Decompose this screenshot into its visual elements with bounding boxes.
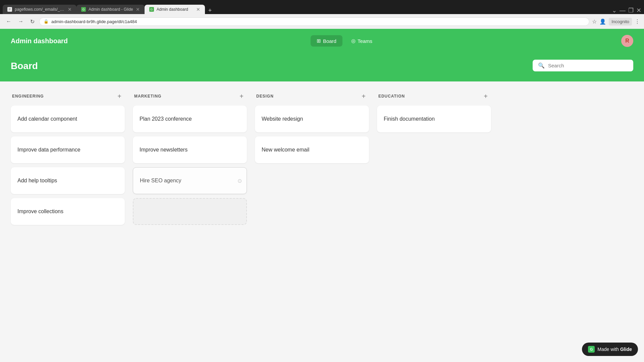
browser-toolbar: ← → ↻ 🔒 ☆ 👤 Incognito ⋮	[0, 14, 644, 29]
lock-icon: 🔒	[44, 19, 49, 24]
card-plan-conference[interactable]: Plan 2023 conference	[133, 106, 247, 132]
card-finish-documentation[interactable]: Finish documentation	[377, 106, 491, 132]
column-body-engineering: Add calendar component Improve data perf…	[11, 106, 125, 225]
column-engineering: ENGINEERING + Add calendar component Imp…	[11, 89, 125, 229]
tab-close-1[interactable]: ✕	[68, 7, 72, 12]
teams-icon: ◎	[351, 38, 356, 44]
profile-icon[interactable]: 👤	[599, 18, 606, 25]
add-design-button[interactable]: +	[360, 92, 368, 100]
card-website-redesign[interactable]: Website redesign	[255, 106, 369, 132]
nav-teams[interactable]: ◎ Teams	[345, 35, 378, 47]
address-bar[interactable]: 🔒	[39, 17, 589, 26]
header-nav: ⊞ Board ◎ Teams	[311, 35, 378, 47]
card-improve-data[interactable]: Improve data performance	[11, 136, 125, 163]
more-icon[interactable]: ⋮	[635, 18, 640, 25]
card-improve-newsletters[interactable]: Improve newsletters	[133, 136, 247, 163]
card-new-welcome-email[interactable]: New welcome email	[255, 136, 369, 163]
nav-teams-label: Teams	[358, 38, 372, 44]
column-body-marketing: Plan 2023 conference Improve newsletters…	[133, 106, 247, 225]
column-marketing: MARKETING + Plan 2023 conference Improve…	[133, 89, 247, 225]
tab-title-1: pageflows.com/_emails/_/7fb5d...	[15, 7, 65, 12]
app-title: Admin dashboard	[11, 37, 68, 45]
card-improve-collections[interactable]: Improve collections	[11, 198, 125, 225]
card-add-calendar[interactable]: Add calendar component	[11, 106, 125, 132]
bookmark-icon[interactable]: ☆	[592, 18, 597, 25]
column-header-marketing: MARKETING +	[133, 89, 247, 106]
browser-tab-1[interactable]: P pageflows.com/_emails/_/7fb5d... ✕	[3, 5, 76, 14]
extensions-icon[interactable]: Incognito	[609, 18, 632, 25]
reload-button[interactable]: ↻	[28, 17, 37, 26]
board-content: ENGINEERING + Add calendar component Imp…	[0, 81, 644, 249]
tab-title-3: Admin dashboard	[157, 7, 194, 12]
toolbar-right: ☆ 👤 Incognito ⋮	[592, 18, 640, 25]
search-icon: 🔍	[538, 62, 545, 69]
add-marketing-button[interactable]: +	[237, 92, 246, 100]
tab-close-2[interactable]: ✕	[136, 7, 140, 12]
column-header-education: EDUCATION +	[377, 89, 491, 106]
browser-chrome: P pageflows.com/_emails/_/7fb5d... ✕ G A…	[0, 0, 644, 29]
restore-icon[interactable]: ❐	[628, 7, 634, 14]
columns-container: ENGINEERING + Add calendar component Imp…	[11, 89, 633, 229]
address-input[interactable]	[51, 19, 585, 24]
browser-tab-3[interactable]: G Admin dashboard ✕	[145, 5, 205, 14]
search-box[interactable]: 🔍	[533, 60, 633, 71]
add-engineering-button[interactable]: +	[115, 92, 123, 100]
drag-handle-icon: ⊙	[237, 178, 242, 184]
add-education-button[interactable]: +	[482, 92, 490, 100]
back-button[interactable]: ←	[4, 17, 13, 26]
search-input[interactable]	[548, 63, 628, 68]
close-window-icon[interactable]: ✕	[636, 7, 641, 14]
avatar[interactable]: R	[621, 35, 633, 47]
minimize-icon[interactable]: —	[620, 7, 626, 14]
tab-title-2: Admin dashboard - Glide	[89, 7, 133, 12]
board-header: Board 🔍	[0, 53, 644, 81]
board-icon: ⊞	[317, 38, 321, 44]
card-add-help[interactable]: Add help tooltips	[11, 167, 125, 194]
column-title-education: EDUCATION	[378, 94, 405, 99]
tabs-menu-icon[interactable]: ⌄	[612, 7, 617, 14]
board-title: Board	[11, 61, 38, 71]
column-header-design: DESIGN +	[255, 89, 369, 106]
forward-button[interactable]: →	[16, 17, 25, 26]
column-design: DESIGN + Website redesign New welcome em…	[255, 89, 369, 173]
drop-zone	[133, 198, 247, 225]
nav-board[interactable]: ⊞ Board	[311, 35, 342, 47]
browser-tab-2[interactable]: G Admin dashboard - Glide ✕	[76, 5, 145, 14]
new-tab-button[interactable]: +	[205, 7, 215, 14]
browser-tabs-bar: P pageflows.com/_emails/_/7fb5d... ✕ G A…	[0, 0, 644, 14]
card-hire-seo[interactable]: Hire SEO agency ⊙	[133, 167, 247, 194]
column-body-design: Website redesign New welcome email	[255, 106, 369, 173]
column-body-education: Finish documentation	[377, 106, 491, 173]
column-title-design: DESIGN	[256, 94, 274, 99]
column-title-engineering: ENGINEERING	[12, 94, 44, 99]
column-header-engineering: ENGINEERING +	[11, 89, 125, 106]
nav-board-label: Board	[323, 38, 336, 44]
column-title-marketing: MARKETING	[134, 94, 161, 99]
tab-close-3[interactable]: ✕	[196, 7, 200, 12]
app-header: Admin dashboard ⊞ Board ◎ Teams R	[0, 29, 644, 53]
column-education: EDUCATION + Finish documentation	[377, 89, 491, 173]
